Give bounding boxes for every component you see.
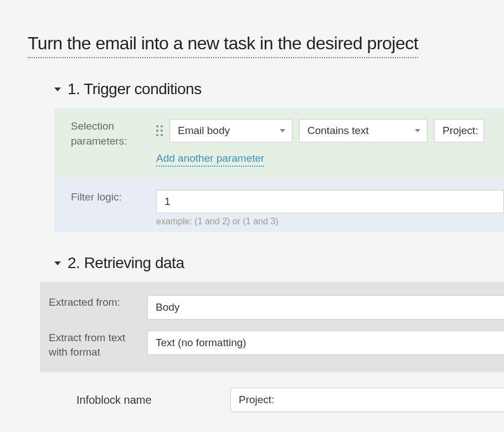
caret-down-icon [54, 261, 61, 265]
section-retrieving-data: 2. Retrieving data Extracted from: Extra… [28, 254, 504, 412]
section-header[interactable]: 1. Trigger conditions [54, 80, 504, 98]
selection-parameters-label: Selection parameters: [71, 119, 143, 148]
retrieving-data-panel: Extracted from: Extract from text with f… [40, 282, 504, 372]
chevron-down-icon [280, 129, 285, 132]
filter-logic-hint: example: (1 and 2) or (1 and 3) [156, 217, 504, 227]
infoblock-name-input[interactable] [230, 388, 504, 412]
section-header[interactable]: 2. Retrieving data [54, 254, 504, 272]
value-select[interactable]: Project: [434, 119, 484, 142]
selection-parameters-panel: Selection parameters: Email body Contain… [54, 108, 504, 178]
infoblock-row: Infoblock name [40, 372, 504, 412]
operator-select[interactable]: Contains text [299, 119, 428, 142]
extract-format-label: Extract from text with format [49, 331, 141, 359]
caret-down-icon [54, 88, 61, 91]
filter-logic-input[interactable] [156, 190, 504, 213]
section-title: 2. Retrieving data [68, 254, 184, 272]
filter-logic-label: Filter logic: [71, 190, 143, 205]
extracted-from-label: Extracted from: [49, 295, 141, 310]
section-trigger-conditions: 1. Trigger conditions Selection paramete… [28, 80, 504, 232]
drag-handle-icon[interactable] [156, 125, 163, 136]
section-title: 1. Trigger conditions [68, 80, 202, 98]
infoblock-name-label: Infoblock name [76, 394, 224, 407]
value-select-value: Project: [443, 125, 478, 137]
filter-logic-panel: Filter logic: example: (1 and 2) or (1 a… [54, 178, 504, 232]
parameter-row: Email body Contains text Project: [156, 119, 504, 142]
add-parameter-link[interactable]: Add another parameter [156, 152, 264, 167]
field-select[interactable]: Email body [169, 119, 292, 142]
extract-format-input[interactable] [147, 331, 504, 355]
operator-select-value: Contains text [307, 125, 369, 137]
chevron-down-icon [415, 129, 420, 132]
field-select-value: Email body [178, 125, 230, 137]
page-title: Turn the email into a new task in the de… [28, 33, 418, 58]
extracted-from-input[interactable] [147, 295, 504, 320]
